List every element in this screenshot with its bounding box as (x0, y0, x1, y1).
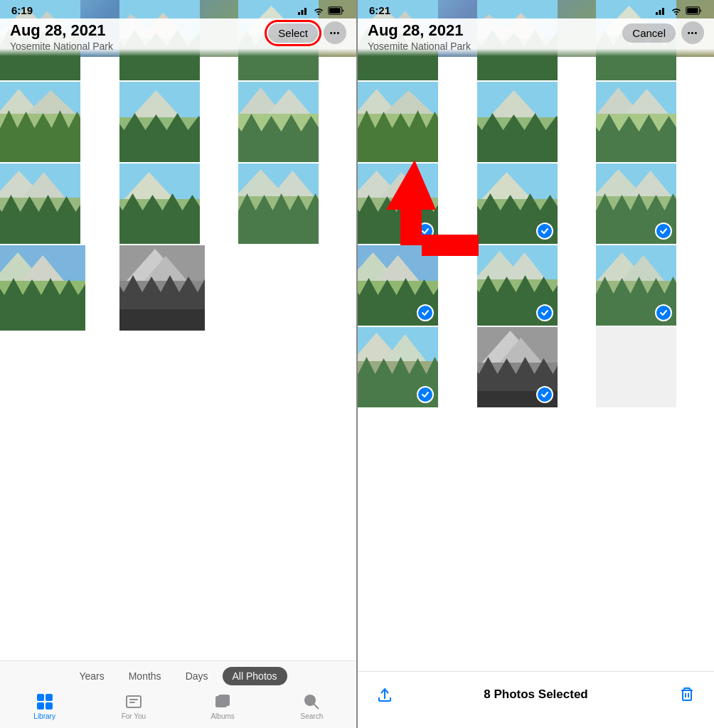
tab-search-label: Search (301, 712, 324, 720)
status-bar-left: 6:19 (0, 0, 356, 19)
right-photo-cell-11[interactable] (477, 245, 558, 326)
tab-albums-label: Albums (211, 712, 234, 720)
check-badge-10 (417, 304, 434, 321)
tab-search[interactable]: Search (290, 692, 333, 720)
status-bar-right: 6:21 (358, 0, 714, 19)
status-icons-right (656, 6, 703, 15)
svg-rect-72 (129, 699, 138, 700)
tab-library-label: Library (33, 712, 55, 720)
right-photo-cell-4[interactable] (358, 82, 438, 162)
svg-rect-2 (304, 8, 307, 15)
photo-cell-7[interactable] (0, 164, 80, 244)
photo-cell-4[interactable] (0, 82, 80, 162)
right-photo-cell-10[interactable] (358, 245, 438, 326)
share-button[interactable] (375, 685, 395, 705)
filter-days[interactable]: Days (176, 667, 218, 685)
photo-cell-empty (238, 245, 324, 331)
svg-rect-4 (329, 8, 340, 14)
svg-rect-67 (37, 694, 44, 701)
bottom-tabs-left: Years Months Days All Photos Library (0, 660, 356, 728)
svg-rect-166 (683, 690, 691, 700)
photo-cell-5[interactable] (119, 82, 200, 162)
photo-grid-right (358, 0, 714, 660)
svg-rect-69 (37, 702, 44, 710)
svg-rect-78 (656, 12, 658, 15)
check-badge-bw (536, 386, 553, 403)
svg-rect-82 (687, 8, 698, 14)
status-time-left: 6:19 (11, 4, 33, 16)
photo-cell-10[interactable] (0, 245, 85, 331)
tab-albums[interactable]: Albums (201, 692, 244, 720)
check-badge-7 (417, 223, 434, 240)
right-photo-cell-8[interactable] (477, 164, 558, 244)
delete-button[interactable] (677, 685, 697, 705)
filter-bar: Years Months Days All Photos (0, 661, 356, 690)
right-photo-cell-7[interactable] (358, 164, 438, 244)
photo-location-right: Yosemite National Park (368, 41, 471, 52)
photo-cell-9[interactable] (238, 164, 319, 244)
right-photo-cell-13[interactable] (358, 327, 438, 407)
photo-date-right: Aug 28, 2021 (368, 21, 471, 40)
check-badge-13 (417, 386, 434, 403)
svg-rect-75 (219, 695, 229, 705)
svg-rect-73 (129, 702, 135, 703)
tab-library[interactable]: Library (23, 692, 66, 720)
check-badge-11 (536, 304, 553, 321)
check-badge-8 (536, 223, 553, 240)
bottom-action-bar: 8 Photos Selected (358, 671, 714, 728)
photo-cell-6[interactable] (238, 82, 319, 162)
photo-cell-bw[interactable] (119, 245, 205, 331)
photo-grid-left (0, 0, 356, 660)
tab-for-you[interactable]: For You (112, 692, 155, 720)
status-time-right: 6:21 (369, 4, 390, 16)
photo-header-right: Aug 28, 2021 Yosemite National Park Canc… (358, 18, 714, 56)
right-photo-empty (596, 327, 676, 407)
svg-line-77 (314, 705, 319, 710)
photo-header-left: Aug 28, 2021 Yosemite National Park Sele… (0, 18, 356, 56)
tab-bar-left: Library For You Albums (0, 690, 356, 728)
right-photo-cell-5[interactable] (477, 82, 558, 162)
right-photo-cell-6[interactable] (596, 82, 676, 162)
header-buttons-left: Select ••• (268, 21, 346, 44)
photo-date-left: Aug 28, 2021 (10, 21, 113, 40)
svg-point-76 (305, 695, 315, 705)
cancel-button[interactable]: Cancel (622, 23, 676, 43)
photo-location-left: Yosemite National Park (10, 41, 113, 52)
status-icons-left (298, 6, 345, 15)
right-photo-cell-12[interactable] (596, 245, 676, 326)
left-screen: 6:19 Aug 28, 2021 Yosemite National Park… (0, 0, 356, 728)
filter-months[interactable]: Months (119, 667, 171, 685)
svg-rect-80 (662, 8, 664, 15)
right-photo-cell-bw[interactable] (477, 327, 558, 407)
svg-rect-66 (119, 309, 205, 331)
more-button-right[interactable]: ••• (681, 21, 704, 44)
filter-all-photos[interactable]: All Photos (223, 667, 287, 685)
svg-rect-70 (46, 702, 53, 710)
selected-count-label: 8 Photos Selected (395, 687, 677, 702)
header-buttons-right: Cancel ••• (622, 21, 704, 44)
photo-cell-8[interactable] (119, 164, 200, 244)
tab-for-you-label: For You (122, 712, 146, 720)
svg-rect-1 (302, 10, 304, 15)
svg-rect-68 (46, 694, 53, 701)
svg-rect-0 (298, 12, 300, 15)
svg-rect-79 (659, 10, 661, 15)
right-photo-cell-9[interactable] (596, 164, 676, 244)
more-button-left[interactable]: ••• (324, 21, 346, 44)
right-screen: 6:21 Aug 28, 2021 Yosemite National Park… (358, 0, 714, 728)
select-button[interactable]: Select (268, 23, 318, 43)
filter-years[interactable]: Years (69, 667, 114, 685)
